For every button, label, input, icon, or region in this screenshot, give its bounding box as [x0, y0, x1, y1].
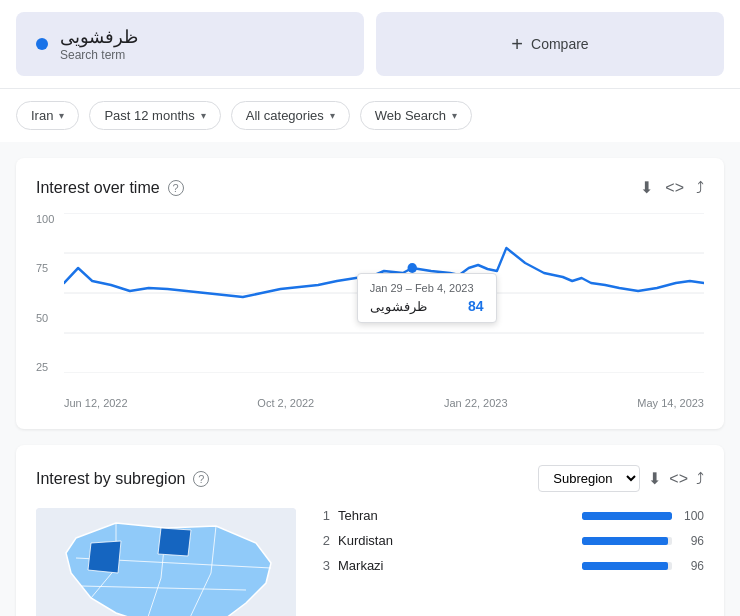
section-header-subregion: Interest by subregion ? Subregion ⬇ <> ⤴ [36, 465, 704, 492]
table-row: 3 Markazi 96 [316, 558, 704, 573]
search-term-box: ظرفشویی Search term [16, 12, 364, 76]
top-bar: ظرفشویی Search term + Compare [0, 0, 740, 88]
region-value-tehran: 100 [680, 509, 704, 523]
region-name-tehran: Tehran [338, 508, 574, 523]
compare-label: Compare [531, 36, 589, 52]
tooltip-date: Jan 29 – Feb 4, 2023 [370, 282, 484, 294]
subregion-embed-icon[interactable]: <> [669, 470, 688, 488]
tooltip-row: ظرفشویی 84 [370, 298, 484, 314]
subregion-filter-select[interactable]: Subregion [538, 465, 640, 492]
region-name-kurdistan: Kurdistan [338, 533, 574, 548]
tooltip-term: ظرفشویی [370, 299, 427, 314]
region-list: 1 Tehran 100 2 Kurdistan 96 3 Markazi [316, 508, 704, 616]
x-label-3: Jan 22, 2023 [444, 397, 508, 409]
share-icon[interactable]: ⤴ [696, 179, 704, 197]
compare-plus-icon: + [511, 33, 523, 56]
table-row: 1 Tehran 100 [316, 508, 704, 523]
section-title-subregion: Interest by subregion ? [36, 470, 209, 488]
help-icon-time[interactable]: ? [168, 180, 184, 196]
region-rank-2: 2 [316, 533, 330, 548]
region-value-kurdistan: 96 [680, 534, 704, 548]
region-value-markazi: 96 [680, 559, 704, 573]
region-bar-wrap-kurdistan [582, 537, 672, 545]
interest-over-time-title: Interest over time [36, 179, 160, 197]
table-row: 2 Kurdistan 96 [316, 533, 704, 548]
y-label-50: 50 [36, 312, 54, 324]
x-label-4: May 14, 2023 [637, 397, 704, 409]
region-bar-wrap-markazi [582, 562, 672, 570]
region-chevron-icon: ▾ [59, 110, 64, 121]
region-filter[interactable]: Iran ▾ [16, 101, 79, 130]
tooltip-dot [408, 263, 417, 273]
search-type-label: Web Search [375, 108, 446, 123]
subregion-content: 1 Tehran 100 2 Kurdistan 96 3 Markazi [36, 508, 704, 616]
y-label-100: 100 [36, 213, 54, 225]
x-axis-labels: Jun 12, 2022 Oct 2, 2022 Jan 22, 2023 Ma… [36, 397, 704, 409]
interest-over-time-card: Interest over time ? ⬇ <> ⤴ 100 75 50 25 [16, 158, 724, 429]
section-title-time: Interest over time ? [36, 179, 184, 197]
region-bar-markazi [582, 562, 668, 570]
search-type-filter[interactable]: Web Search ▾ [360, 101, 472, 130]
embed-icon[interactable]: <> [665, 179, 684, 197]
help-icon-subregion[interactable]: ? [193, 471, 209, 487]
region-rank-1: 1 [316, 508, 330, 523]
subregion-download-icon[interactable]: ⬇ [648, 469, 661, 488]
subregion-share-icon[interactable]: ⤴ [696, 470, 704, 488]
subregion-actions: Subregion ⬇ <> ⤴ [538, 465, 704, 492]
iran-map [36, 508, 296, 616]
time-filter-label: Past 12 months [104, 108, 194, 123]
search-term-text: ظرفشویی Search term [60, 26, 138, 62]
time-filter[interactable]: Past 12 months ▾ [89, 101, 220, 130]
region-bar-wrap-tehran [582, 512, 672, 520]
search-term-label: Search term [60, 48, 138, 62]
y-label-25: 25 [36, 361, 54, 373]
x-label-1: Jun 12, 2022 [64, 397, 128, 409]
region-filter-label: Iran [31, 108, 53, 123]
filters-bar: Iran ▾ Past 12 months ▾ All categories ▾… [0, 88, 740, 142]
compare-button[interactable]: + Compare [376, 12, 724, 76]
search-term-value: ظرفشویی [60, 26, 138, 48]
time-chevron-icon: ▾ [201, 110, 206, 121]
y-axis-labels: 100 75 50 25 [36, 213, 58, 373]
x-label-2: Oct 2, 2022 [257, 397, 314, 409]
chart-area: 100 75 50 25 Jan 29 – Feb 4, 2023 ظرفشوی… [36, 213, 704, 393]
region-name-markazi: Markazi [338, 558, 574, 573]
category-filter[interactable]: All categories ▾ [231, 101, 350, 130]
section-header-time: Interest over time ? ⬇ <> ⤴ [36, 178, 704, 197]
chart-tooltip: Jan 29 – Feb 4, 2023 ظرفشویی 84 [357, 273, 497, 323]
map-svg [36, 508, 296, 616]
subregion-title: Interest by subregion [36, 470, 185, 488]
region-rank-3: 3 [316, 558, 330, 573]
section-actions-time: ⬇ <> ⤴ [640, 178, 704, 197]
term-dot [36, 38, 48, 50]
category-filter-label: All categories [246, 108, 324, 123]
download-icon[interactable]: ⬇ [640, 178, 653, 197]
region-bar-tehran [582, 512, 672, 520]
y-label-75: 75 [36, 262, 54, 274]
tooltip-value: 84 [468, 298, 484, 314]
region-bar-kurdistan [582, 537, 668, 545]
interest-by-subregion-card: Interest by subregion ? Subregion ⬇ <> ⤴ [16, 445, 724, 616]
search-type-chevron-icon: ▾ [452, 110, 457, 121]
category-chevron-icon: ▾ [330, 110, 335, 121]
